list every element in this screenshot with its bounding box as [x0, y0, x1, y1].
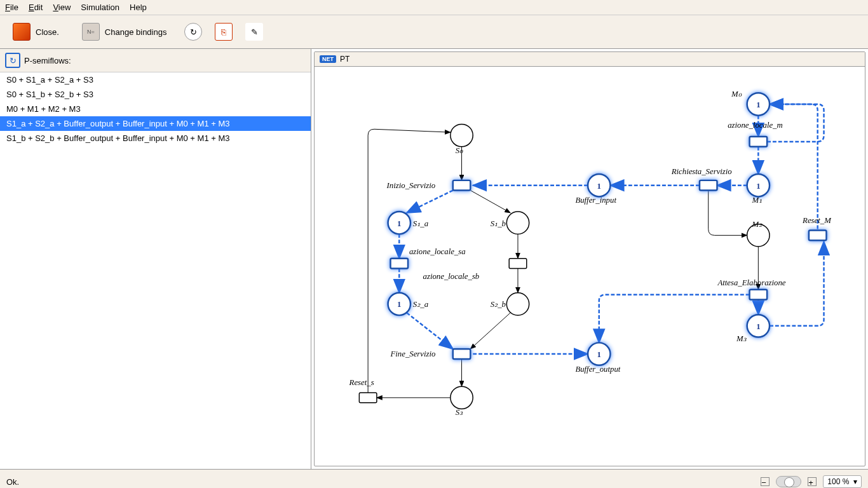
- svg-point-28: [506, 293, 529, 315]
- status-text: Ok.: [6, 477, 19, 487]
- tool-icon-3[interactable]: ✎: [245, 23, 263, 41]
- svg-text:Inizio_Servizio: Inizio_Servizio: [386, 181, 436, 190]
- canvas-title: PT: [340, 55, 349, 64]
- svg-text:azione_locale_m: azione_locale_m: [728, 121, 783, 130]
- petri-net-canvas[interactable]: Inizio_Servizioazione_locale_saazione_lo…: [315, 67, 865, 429]
- sidebar-header: ↻ P-semiflows:: [0, 49, 311, 72]
- menu-edit[interactable]: Edit: [29, 3, 43, 12]
- svg-rect-8: [359, 393, 377, 403]
- semiflow-item[interactable]: M0 + M1 + M2 + M3: [0, 102, 311, 116]
- semiflow-item[interactable]: S0 + S1_b + S2_b + S3: [0, 87, 311, 102]
- close-label: Close.: [36, 27, 59, 37]
- svg-rect-16: [809, 230, 827, 240]
- zoom-in-icon[interactable]: +: [808, 477, 817, 486]
- svg-text:S₂_a: S₂_a: [413, 300, 428, 309]
- svg-text:S₂_b: S₂_b: [491, 300, 506, 309]
- svg-text:S₀: S₀: [456, 146, 463, 155]
- svg-point-30: [451, 386, 473, 409]
- toolbar: Close. N= Change bindings ↻ ⎘ ✎: [0, 15, 868, 49]
- change-bindings-label: Change bindings: [105, 27, 167, 37]
- svg-rect-6: [453, 349, 471, 359]
- svg-text:1: 1: [397, 219, 401, 228]
- svg-text:M₃: M₃: [736, 334, 747, 343]
- svg-text:azione_locale_sb: azione_locale_sb: [423, 272, 480, 281]
- svg-text:1: 1: [756, 100, 760, 109]
- svg-text:S₁_b: S₁_b: [491, 219, 506, 228]
- svg-rect-0: [453, 180, 471, 191]
- sidebar-title: P-semiflows:: [24, 56, 71, 65]
- change-bindings-button[interactable]: N= Change bindings: [77, 20, 172, 43]
- svg-point-23: [506, 212, 529, 234]
- sidebar: ↻ P-semiflows: S0 + S1_a + S2_a + S3S0 +…: [0, 49, 311, 469]
- menubar: File Edit View Simulation Help: [0, 0, 868, 15]
- semiflow-list: S0 + S1_a + S2_a + S3S0 + S1_b + S2_b + …: [0, 72, 311, 469]
- menu-simulation[interactable]: Simulation: [81, 3, 119, 12]
- net-badge: NET: [320, 55, 336, 63]
- semiflow-item[interactable]: S1_a + S2_a + Buffer_output + Buffer_inp…: [0, 116, 311, 131]
- main-area: ↻ P-semiflows: S0 + S1_a + S2_a + S3S0 +…: [0, 49, 868, 470]
- semiflow-item[interactable]: S1_b + S2_b + Buffer_output + Buffer_inp…: [0, 131, 311, 146]
- zoom-select[interactable]: 100 % ▾: [823, 475, 862, 488]
- svg-text:Fine_Servizio: Fine_Servizio: [390, 349, 436, 358]
- svg-point-18: [451, 124, 473, 146]
- zoom-controls: − + 100 % ▾: [761, 475, 862, 488]
- svg-text:Buffer_output: Buffer_output: [575, 365, 620, 374]
- svg-text:S₁_a: S₁_a: [413, 219, 428, 228]
- svg-rect-2: [391, 259, 409, 269]
- statusbar: Ok. − + 100 % ▾: [0, 470, 868, 488]
- canvas-area: NET PT Inizio_Servizioazione_locale_saaz…: [311, 49, 868, 469]
- menu-file[interactable]: File: [5, 3, 18, 12]
- svg-rect-4: [509, 259, 527, 269]
- close-icon: [13, 23, 31, 41]
- canvas-header: NET PT: [315, 52, 865, 67]
- svg-text:Reset_s: Reset_s: [349, 378, 374, 387]
- svg-text:Buffer_input: Buffer_input: [575, 196, 616, 205]
- menu-view[interactable]: View: [53, 3, 71, 12]
- svg-text:Richiesta_Servizio: Richiesta_Servizio: [671, 167, 732, 176]
- svg-text:Attesa_Elaborazione: Attesa_Elaborazione: [717, 278, 785, 287]
- svg-text:M₂: M₂: [752, 220, 763, 229]
- svg-text:azione_locale_sa: azione_locale_sa: [409, 247, 466, 256]
- tool-icon-1[interactable]: ↻: [184, 23, 202, 41]
- menu-help[interactable]: Help: [130, 3, 147, 12]
- svg-rect-12: [750, 137, 768, 147]
- svg-rect-14: [750, 290, 768, 300]
- zoom-toggle[interactable]: [776, 476, 801, 487]
- svg-text:Reset_M: Reset_M: [802, 216, 832, 225]
- close-button[interactable]: Close.: [8, 20, 64, 43]
- bindings-icon: N=: [82, 23, 100, 41]
- semiflow-item[interactable]: S0 + S1_a + S2_a + S3: [0, 72, 311, 87]
- svg-rect-10: [700, 180, 717, 191]
- svg-text:1: 1: [597, 182, 601, 191]
- semiflows-icon: ↻: [5, 53, 20, 68]
- tool-icon-2[interactable]: ⎘: [215, 23, 233, 41]
- svg-text:1: 1: [397, 300, 401, 309]
- canvas-frame: NET PT Inizio_Servizioazione_locale_saaz…: [314, 51, 865, 466]
- svg-text:1: 1: [597, 350, 601, 359]
- svg-text:1: 1: [756, 322, 760, 331]
- svg-text:M₁: M₁: [752, 196, 763, 205]
- svg-text:S₃: S₃: [456, 408, 463, 417]
- svg-text:M₀: M₀: [731, 90, 742, 98]
- zoom-out-icon[interactable]: −: [761, 477, 770, 486]
- svg-text:1: 1: [756, 182, 760, 191]
